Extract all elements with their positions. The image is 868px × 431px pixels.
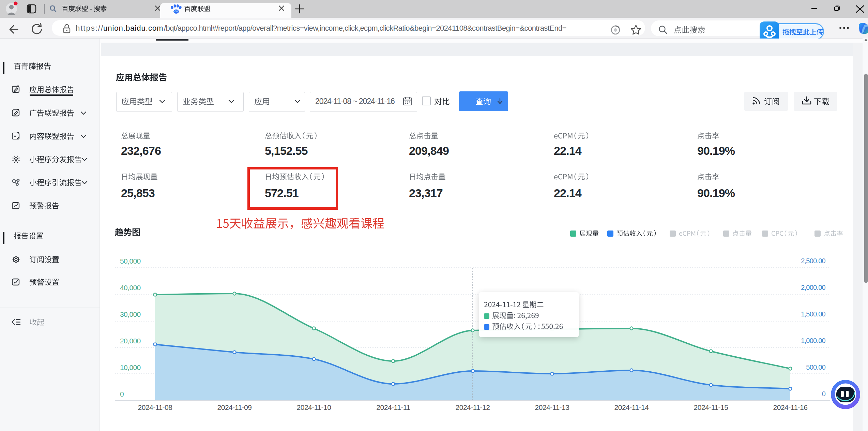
svg-text:du: du (174, 10, 178, 13)
